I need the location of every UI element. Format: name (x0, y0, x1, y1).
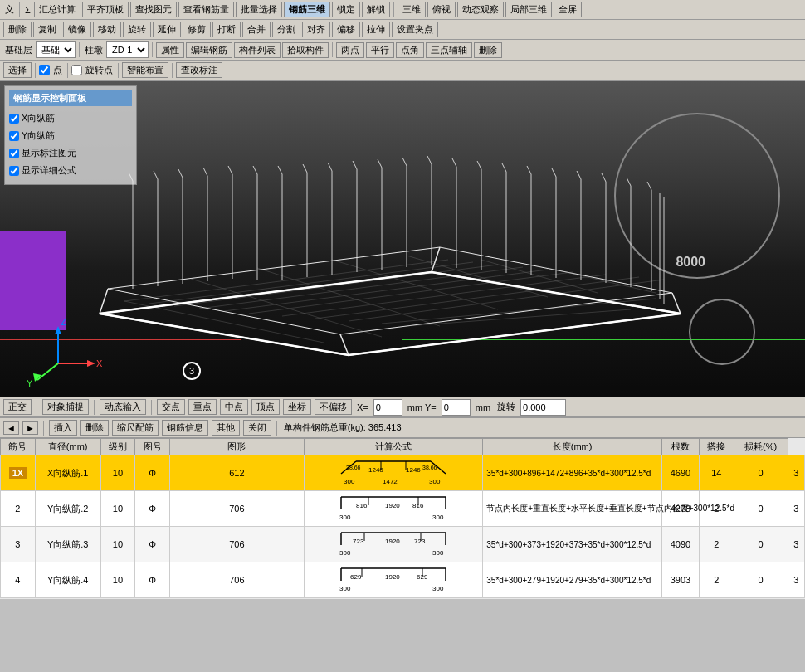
cell-row-num: 1X (1, 455, 36, 491)
btn-extend[interactable]: 延伸 (153, 22, 181, 37)
btn-midpoint2[interactable]: 重点 (188, 399, 217, 415)
btn-scale-rebar[interactable]: 缩尺配筋 (112, 420, 159, 436)
btn-nav-next[interactable]: ► (22, 421, 38, 435)
btn-smart-place[interactable]: 智能布置 (122, 62, 168, 78)
btn-local-3d[interactable]: 局部三维 (505, 2, 552, 17)
btn-align[interactable]: 对齐 (302, 22, 330, 37)
btn-align-top[interactable]: 平齐顶板 (82, 2, 129, 17)
cell-formula: 35*d+300+373+1920+373+35*d+300*12.5*d (483, 527, 662, 562)
menu-item-sum[interactable]: Σ (23, 5, 32, 15)
btn-dynamic-input[interactable]: 动态输入 (100, 399, 146, 415)
btn-coord[interactable]: 坐标 (283, 399, 311, 415)
btn-vertex[interactable]: 顶点 (251, 399, 280, 415)
table-toolbar: ◄ ► 插入 删除 缩尺配筋 钢筋信息 其他 关闭 单构件钢筋总重(kg): 3… (0, 418, 805, 438)
btn-pick-component[interactable]: 拾取构件 (282, 42, 329, 58)
svg-marker-1 (108, 247, 672, 334)
viewport[interactable]: 钢筋显示控制面板 X向纵筋 Y向纵筋 显示标注图元 显示详细公式 (0, 81, 805, 397)
btn-copy[interactable]: 复制 (33, 22, 61, 37)
btn-property[interactable]: 属性 (156, 42, 184, 58)
btn-top-view[interactable]: 俯视 (427, 2, 456, 17)
btn-unlock[interactable]: 解锁 (362, 2, 390, 17)
btn-component-list[interactable]: 构件列表 (234, 42, 281, 58)
layer-select[interactable]: 基础 (36, 41, 76, 58)
cell-loss: 3 (788, 491, 804, 527)
svg-text:300: 300 (432, 585, 444, 592)
btn-stretch[interactable]: 拉伸 (362, 22, 390, 37)
btn-orthogonal[interactable]: 正交 (3, 399, 32, 415)
btn-close[interactable]: 关闭 (243, 420, 271, 436)
btn-offset[interactable]: 偏移 (332, 22, 360, 37)
svg-text:X: X (96, 358, 103, 368)
btn-trim[interactable]: 修剪 (183, 22, 211, 37)
svg-line-33 (228, 166, 232, 174)
cell-splice: 0 (734, 562, 788, 598)
btn-center[interactable]: 中点 (220, 399, 248, 415)
btn-set-grip[interactable]: 设置夹点 (392, 22, 438, 37)
input-x[interactable] (373, 399, 402, 416)
table-row[interactable]: 2 Y向纵筋.2 10 Φ 706 30 (1, 491, 805, 527)
svg-text:300: 300 (432, 514, 444, 521)
svg-line-23 (548, 268, 656, 293)
btn-rebar-3d[interactable]: 钢筋三维 (284, 2, 330, 17)
btn-split[interactable]: 分割 (272, 22, 300, 37)
svg-line-3 (672, 293, 681, 314)
table-row[interactable]: 1X X向纵筋.1 10 Φ 612 (1, 455, 805, 491)
btn-insert[interactable]: 插入 (49, 420, 77, 436)
btn-no-offset[interactable]: 不偏移 (315, 399, 352, 415)
svg-line-47 (402, 158, 407, 166)
col-header-shape-num: 图号 (135, 439, 170, 455)
svg-line-65 (627, 178, 631, 186)
btn-point-angle[interactable]: 点角 (396, 42, 424, 58)
btn-3d[interactable]: 三维 (398, 2, 426, 17)
btn-object-snap[interactable]: 对象捕捉 (42, 399, 89, 415)
btn-delete[interactable]: 删除 (3, 22, 32, 37)
cell-shape-num: 706 (170, 491, 305, 527)
btn-move[interactable]: 移动 (93, 22, 121, 37)
btn-fullscreen[interactable]: 全屏 (554, 2, 582, 17)
cell-length: 4690 (661, 455, 699, 491)
svg-line-39 (303, 164, 307, 173)
status-bar: 正交 对象捕捉 动态输入 交点 重点 中点 顶点 坐标 不偏移 X= mm Y=… (0, 397, 805, 416)
dimension-label-8000: 8000 (676, 255, 705, 270)
btn-dynamic-view[interactable]: 动态观察 (457, 2, 504, 17)
bar-sketch-2: 300 723 1920 723 300 (308, 528, 480, 560)
svg-marker-72 (55, 326, 61, 334)
btn-intersection[interactable]: 交点 (157, 399, 185, 415)
btn-nav-prev[interactable]: ◄ (3, 421, 19, 435)
cb-point[interactable] (39, 65, 50, 75)
btn-lock[interactable]: 锁定 (332, 2, 360, 17)
btn-edit-rebar[interactable]: 编辑钢筋 (186, 42, 232, 58)
input-y[interactable] (442, 399, 471, 416)
cb-rotate[interactable] (71, 65, 82, 75)
svg-marker-75 (87, 360, 95, 367)
table-row[interactable]: 4 Y向纵筋.4 10 Φ 706 30 (1, 562, 805, 598)
svg-line-51 (452, 158, 456, 167)
btn-two-point[interactable]: 两点 (336, 42, 364, 58)
btn-check-annotation[interactable]: 查改标注 (176, 62, 222, 78)
col-header-diameter: 直径(mm) (35, 439, 100, 455)
menu-item-x[interactable]: 义 (3, 3, 16, 16)
svg-line-22 (481, 260, 598, 293)
input-rotate[interactable] (520, 399, 566, 416)
btn-break[interactable]: 打断 (212, 22, 241, 37)
btn-find-element[interactable]: 查找图元 (130, 2, 177, 17)
btn-select[interactable]: 选择 (3, 62, 32, 78)
btn-batch-select[interactable]: 批量选择 (236, 2, 282, 17)
table-row[interactable]: 3 Y向纵筋.3 10 Φ 706 30 (1, 527, 805, 562)
btn-delete-measure[interactable]: 删除 (474, 42, 502, 58)
btn-three-point-axis[interactable]: 三点辅轴 (426, 42, 472, 58)
bar-svg-1: 300 816 1920 816 300 (339, 493, 447, 524)
btn-summary[interactable]: 汇总计算 (34, 2, 80, 17)
cell-grade: Φ (135, 527, 170, 562)
btn-rotate[interactable]: 旋转 (123, 22, 151, 37)
btn-view-rebar[interactable]: 查看钢筋量 (178, 2, 234, 17)
sep-t2 (276, 421, 277, 436)
label-mm-y: mm Y= (406, 402, 438, 412)
btn-rebar-info[interactable]: 钢筋信息 (162, 420, 208, 436)
component-select[interactable]: ZD-1 (106, 41, 149, 58)
btn-mirror[interactable]: 镜像 (63, 22, 91, 37)
btn-parallel[interactable]: 平行 (366, 42, 394, 58)
btn-others[interactable]: 其他 (212, 420, 240, 436)
btn-merge[interactable]: 合并 (242, 22, 271, 37)
btn-table-delete[interactable]: 删除 (80, 420, 109, 436)
